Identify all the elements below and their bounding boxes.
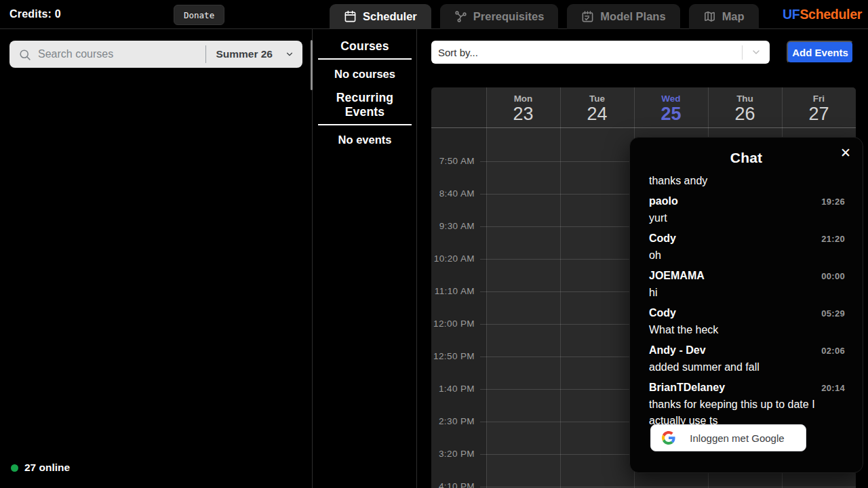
credits-label: Credits: 0 [9, 8, 61, 20]
chat-message-author: Cody [649, 230, 676, 247]
day-name: Tue [560, 94, 634, 104]
sort-by-placeholder: Sort by... [438, 47, 742, 58]
chat-panel: Chat ✕ thanks andy paolo 19:26 yurt Cody… [629, 137, 863, 473]
chat-message-text: thanks andy [649, 173, 845, 189]
add-events-button[interactable]: Add Events [787, 41, 854, 64]
time-label: 1:40 PM [431, 382, 475, 396]
day-header-cell: Wed 25 [634, 87, 708, 127]
close-icon[interactable]: ✕ [840, 146, 851, 159]
time-label: 7:50 AM [431, 155, 475, 168]
chat-message-list: thanks andy paolo 19:26 yurt Cody 21:20 … [649, 173, 845, 432]
chat-message-author: BrianTDelaney [649, 379, 725, 396]
chat-message-text: What the heck [649, 322, 845, 338]
sort-by-select[interactable]: Sort by... [431, 41, 770, 64]
calendar-day-header: Mon 23 Tue 24 Wed 25 Thu 26 Fri 27 [486, 87, 856, 127]
grid-row-line [480, 487, 856, 487]
app-logo: UFScheduler [783, 7, 862, 22]
chat-message-text: hi [649, 285, 845, 301]
chat-message-header: JOEMAMA 00:00 [649, 267, 845, 285]
chat-message: JOEMAMA 00:00 hi [649, 267, 845, 301]
search-icon [18, 48, 31, 61]
chat-message-time: 00:00 [821, 268, 845, 285]
graph-icon [454, 10, 467, 23]
chat-message-text: added summer and fall [649, 359, 845, 375]
google-logo-icon [662, 431, 675, 445]
scrollbar-thumb[interactable] [311, 40, 313, 90]
day-name: Fri [782, 94, 856, 104]
term-selector[interactable]: Summer 26 [206, 48, 302, 60]
chat-message: Andy - Dev 02:06 added summer and fall [649, 342, 845, 375]
day-name: Thu [708, 94, 782, 104]
search-input[interactable] [38, 48, 205, 60]
chat-message-time: 20:14 [821, 380, 845, 396]
map-icon [703, 10, 716, 23]
nav-tab[interactable]: Prerequisites [440, 4, 559, 29]
calendar-check-icon [581, 10, 594, 23]
chat-message-text: oh [649, 247, 845, 264]
chat-message-header: BrianTDelaney 20:14 [649, 379, 845, 396]
chat-message: Cody 21:20 oh [649, 230, 845, 264]
day-name: Wed [634, 94, 708, 104]
sort-divider [742, 45, 743, 60]
course-section: Recurring Events No events [313, 91, 416, 146]
chat-message-author: Cody [649, 304, 676, 321]
time-label: 3:20 PM [431, 447, 475, 461]
time-label: 12:00 PM [431, 317, 475, 331]
day-date: 27 [782, 104, 856, 125]
time-label: 4:10 PM [431, 480, 475, 488]
header-separator-line [431, 127, 856, 128]
chat-message-time: 21:20 [821, 230, 845, 247]
logo-part-uf: UF [783, 7, 800, 22]
section-empty-text: No events [313, 134, 416, 146]
nav-tabs: Scheduler Prerequisites Model Plans Map [330, 4, 759, 29]
day-name: Mon [486, 94, 560, 104]
chat-message-author: JOEMAMA [649, 267, 705, 284]
day-date: 23 [486, 104, 560, 125]
chat-message-header: Andy - Dev 02:06 [649, 342, 845, 359]
chat-message-author: Andy - Dev [649, 342, 706, 359]
chat-message-header: Cody 21:20 [649, 230, 845, 247]
nav-tab-label: Prerequisites [473, 10, 545, 23]
chat-message: Cody 05:29 What the heck [649, 304, 845, 338]
search-bar: Summer 26 [9, 41, 302, 68]
nav-tab-label: Map [722, 10, 745, 23]
day-date: 24 [560, 104, 634, 125]
nav-tab[interactable]: Map [689, 4, 759, 29]
chat-message-author: paolo [649, 192, 678, 209]
time-label: 2:30 PM [431, 415, 475, 428]
section-title: Courses [318, 39, 412, 60]
google-signin-label: Inloggen met Google [675, 432, 806, 444]
time-label: 9:30 AM [431, 220, 475, 233]
section-title: Recurring Events [318, 91, 412, 125]
online-dot-icon [11, 464, 18, 472]
nav-tab-label: Scheduler [363, 10, 417, 23]
google-signin-button[interactable]: Inloggen met Google [650, 424, 806, 451]
chat-message-time: 02:06 [821, 342, 845, 359]
nav-tab[interactable]: Scheduler [330, 4, 431, 29]
chat-message: paolo 19:26 yurt [649, 192, 845, 226]
section-empty-text: No courses [313, 68, 416, 81]
day-header-cell: Tue 24 [560, 87, 634, 127]
course-search-panel: Summer 26 27 online [0, 29, 313, 488]
chat-message-text: yurt [649, 210, 845, 226]
donate-button[interactable]: Donate [174, 5, 224, 25]
online-status: 27 online [11, 462, 70, 474]
chat-message-time: 19:26 [821, 193, 845, 210]
courses-events-panel: Courses No courses Recurring Events No e… [313, 29, 417, 488]
chevron-down-icon [751, 47, 762, 58]
chat-message: BrianTDelaney 20:14 thanks for keeping t… [649, 379, 845, 429]
day-date: 26 [708, 104, 782, 125]
chevron-down-icon [285, 49, 294, 59]
time-label: 11:10 AM [431, 285, 475, 298]
nav-tab[interactable]: Model Plans [567, 4, 679, 29]
day-header-cell: Thu 26 [708, 87, 782, 127]
top-bar: Credits: 0 Donate Scheduler Prerequisite… [0, 0, 868, 29]
chat-message-header: Cody 05:29 [649, 304, 845, 322]
day-header-cell: Mon 23 [486, 87, 560, 127]
day-header-cell: Fri 27 [782, 87, 856, 127]
chat-message-time: 05:29 [821, 305, 845, 322]
day-date: 25 [634, 104, 708, 125]
time-label: 8:40 AM [431, 187, 475, 201]
online-status-label: 27 online [24, 462, 70, 474]
time-label: 12:50 PM [431, 350, 475, 363]
